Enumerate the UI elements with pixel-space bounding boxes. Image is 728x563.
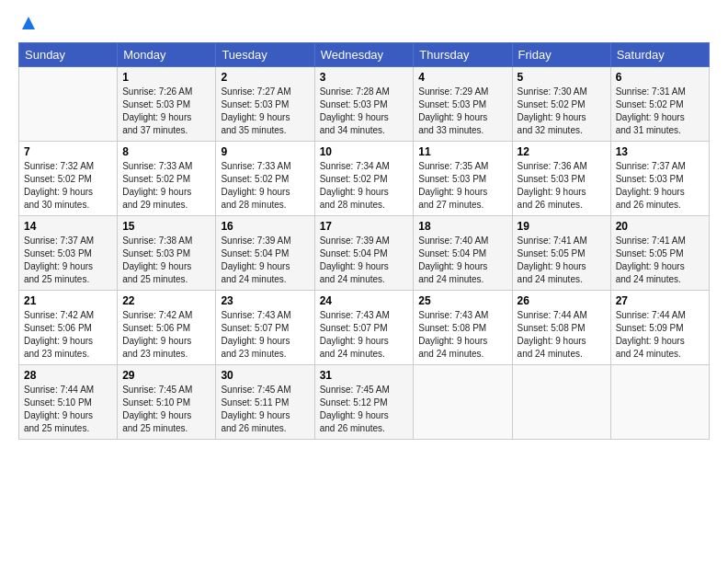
day-info: Sunrise: 7:44 AM Sunset: 5:09 PM Dayligh… [616,309,704,361]
day-number: 15 [122,220,210,233]
day-number: 21 [24,294,112,307]
day-info: Sunrise: 7:44 AM Sunset: 5:08 PM Dayligh… [518,309,606,361]
calendar-cell [512,365,610,440]
calendar-cell: 20Sunrise: 7:41 AM Sunset: 5:05 PM Dayli… [610,216,709,291]
day-number: 19 [518,220,606,233]
calendar-cell: 31Sunrise: 7:45 AM Sunset: 5:12 PM Dayli… [314,365,414,440]
calendar-table: SundayMondayTuesdayWednesdayThursdayFrid… [18,42,710,440]
calendar-cell: 14Sunrise: 7:37 AM Sunset: 5:03 PM Dayli… [19,216,118,291]
logo-icon [20,15,37,31]
calendar-cell: 9Sunrise: 7:33 AM Sunset: 5:02 PM Daylig… [216,142,314,216]
calendar-cell: 10Sunrise: 7:34 AM Sunset: 5:02 PM Dayli… [314,142,414,216]
calendar-cell: 17Sunrise: 7:39 AM Sunset: 5:04 PM Dayli… [314,216,414,291]
day-number: 31 [320,369,409,382]
day-info: Sunrise: 7:42 AM Sunset: 5:06 PM Dayligh… [24,309,112,361]
calendar-cell: 2Sunrise: 7:27 AM Sunset: 5:03 PM Daylig… [216,67,314,142]
day-header-sunday: Sunday [19,43,118,67]
day-info: Sunrise: 7:39 AM Sunset: 5:04 PM Dayligh… [320,235,409,286]
day-number: 24 [320,294,409,307]
day-info: Sunrise: 7:33 AM Sunset: 5:02 PM Dayligh… [122,160,210,212]
day-number: 9 [221,145,309,158]
day-info: Sunrise: 7:41 AM Sunset: 5:05 PM Dayligh… [518,235,606,286]
day-header-friday: Friday [512,43,610,67]
day-number: 2 [221,71,309,84]
calendar-cell: 24Sunrise: 7:43 AM Sunset: 5:07 PM Dayli… [314,291,414,365]
day-info: Sunrise: 7:43 AM Sunset: 5:07 PM Dayligh… [221,309,309,361]
calendar-cell [414,365,512,440]
day-info: Sunrise: 7:44 AM Sunset: 5:10 PM Dayligh… [24,384,112,435]
day-header-saturday: Saturday [610,43,709,67]
calendar-cell: 13Sunrise: 7:37 AM Sunset: 5:03 PM Dayli… [610,142,709,216]
day-number: 25 [418,294,506,307]
page-header [18,15,710,31]
calendar-cell [610,365,709,440]
day-number: 11 [418,145,506,158]
calendar-week-2: 7Sunrise: 7:32 AM Sunset: 5:02 PM Daylig… [19,142,710,216]
calendar-cell: 8Sunrise: 7:33 AM Sunset: 5:02 PM Daylig… [118,142,216,216]
day-info: Sunrise: 7:29 AM Sunset: 5:03 PM Dayligh… [418,86,506,137]
day-info: Sunrise: 7:33 AM Sunset: 5:02 PM Dayligh… [221,160,309,212]
calendar-cell: 22Sunrise: 7:42 AM Sunset: 5:06 PM Dayli… [118,291,216,365]
day-header-wednesday: Wednesday [314,43,414,67]
day-number: 18 [418,220,506,233]
logo [18,15,37,31]
day-info: Sunrise: 7:32 AM Sunset: 5:02 PM Dayligh… [24,160,112,212]
svg-marker-0 [22,17,35,29]
calendar-cell: 28Sunrise: 7:44 AM Sunset: 5:10 PM Dayli… [19,365,118,440]
day-header-tuesday: Tuesday [216,43,314,67]
calendar-header-row: SundayMondayTuesdayWednesdayThursdayFrid… [19,43,710,67]
day-number: 13 [616,145,704,158]
day-number: 23 [221,294,309,307]
calendar-week-1: 1Sunrise: 7:26 AM Sunset: 5:03 PM Daylig… [19,67,710,142]
day-info: Sunrise: 7:43 AM Sunset: 5:08 PM Dayligh… [418,309,506,361]
day-info: Sunrise: 7:42 AM Sunset: 5:06 PM Dayligh… [122,309,210,361]
day-info: Sunrise: 7:37 AM Sunset: 5:03 PM Dayligh… [616,160,704,212]
day-info: Sunrise: 7:30 AM Sunset: 5:02 PM Dayligh… [518,86,606,137]
day-number: 3 [320,71,409,84]
day-number: 7 [24,145,112,158]
day-info: Sunrise: 7:34 AM Sunset: 5:02 PM Dayligh… [320,160,409,212]
day-number: 1 [122,71,210,84]
day-info: Sunrise: 7:35 AM Sunset: 5:03 PM Dayligh… [418,160,506,212]
day-info: Sunrise: 7:31 AM Sunset: 5:02 PM Dayligh… [616,86,704,137]
day-number: 12 [518,145,606,158]
calendar-cell [19,67,118,142]
day-info: Sunrise: 7:38 AM Sunset: 5:03 PM Dayligh… [122,235,210,286]
day-info: Sunrise: 7:45 AM Sunset: 5:11 PM Dayligh… [221,384,309,435]
day-number: 5 [518,71,606,84]
calendar-cell: 23Sunrise: 7:43 AM Sunset: 5:07 PM Dayli… [216,291,314,365]
day-info: Sunrise: 7:39 AM Sunset: 5:04 PM Dayligh… [221,235,309,286]
day-info: Sunrise: 7:37 AM Sunset: 5:03 PM Dayligh… [24,235,112,286]
day-number: 16 [221,220,309,233]
calendar-week-3: 14Sunrise: 7:37 AM Sunset: 5:03 PM Dayli… [19,216,710,291]
calendar-week-5: 28Sunrise: 7:44 AM Sunset: 5:10 PM Dayli… [19,365,710,440]
day-number: 29 [122,369,210,382]
calendar-cell: 29Sunrise: 7:45 AM Sunset: 5:10 PM Dayli… [118,365,216,440]
day-info: Sunrise: 7:45 AM Sunset: 5:10 PM Dayligh… [122,384,210,435]
day-number: 10 [320,145,409,158]
calendar-cell: 6Sunrise: 7:31 AM Sunset: 5:02 PM Daylig… [610,67,709,142]
calendar-cell: 19Sunrise: 7:41 AM Sunset: 5:05 PM Dayli… [512,216,610,291]
calendar-cell: 3Sunrise: 7:28 AM Sunset: 5:03 PM Daylig… [314,67,414,142]
day-info: Sunrise: 7:28 AM Sunset: 5:03 PM Dayligh… [320,86,409,137]
calendar-cell: 12Sunrise: 7:36 AM Sunset: 5:03 PM Dayli… [512,142,610,216]
day-header-monday: Monday [118,43,216,67]
calendar-cell: 11Sunrise: 7:35 AM Sunset: 5:03 PM Dayli… [414,142,512,216]
calendar-cell: 21Sunrise: 7:42 AM Sunset: 5:06 PM Dayli… [19,291,118,365]
day-number: 8 [122,145,210,158]
calendar-cell: 15Sunrise: 7:38 AM Sunset: 5:03 PM Dayli… [118,216,216,291]
calendar-week-4: 21Sunrise: 7:42 AM Sunset: 5:06 PM Dayli… [19,291,710,365]
day-number: 22 [122,294,210,307]
day-number: 26 [518,294,606,307]
day-number: 30 [221,369,309,382]
calendar-cell: 30Sunrise: 7:45 AM Sunset: 5:11 PM Dayli… [216,365,314,440]
calendar-cell: 18Sunrise: 7:40 AM Sunset: 5:04 PM Dayli… [414,216,512,291]
day-info: Sunrise: 7:40 AM Sunset: 5:04 PM Dayligh… [418,235,506,286]
calendar-cell: 7Sunrise: 7:32 AM Sunset: 5:02 PM Daylig… [19,142,118,216]
calendar-cell: 25Sunrise: 7:43 AM Sunset: 5:08 PM Dayli… [414,291,512,365]
day-info: Sunrise: 7:43 AM Sunset: 5:07 PM Dayligh… [320,309,409,361]
day-info: Sunrise: 7:26 AM Sunset: 5:03 PM Dayligh… [122,86,210,137]
day-number: 4 [418,71,506,84]
calendar-cell: 26Sunrise: 7:44 AM Sunset: 5:08 PM Dayli… [512,291,610,365]
calendar-cell: 4Sunrise: 7:29 AM Sunset: 5:03 PM Daylig… [414,67,512,142]
